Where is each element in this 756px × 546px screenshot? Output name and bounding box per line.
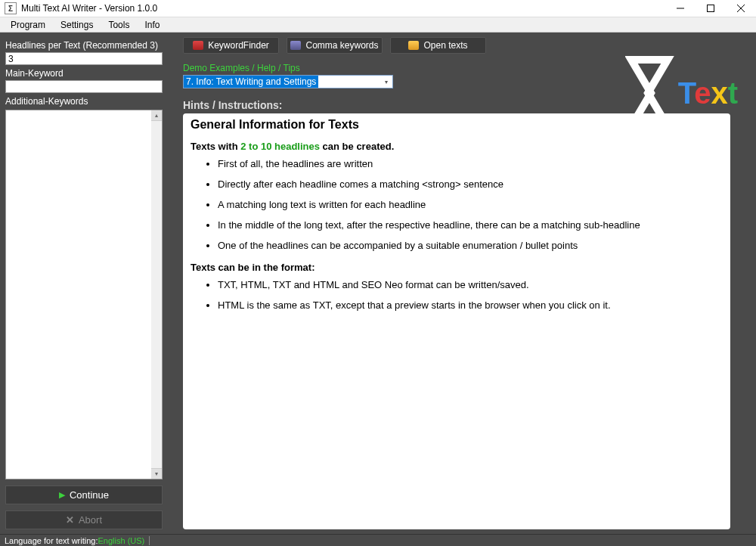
- open-texts-label: Open texts: [423, 40, 467, 51]
- continue-button[interactable]: ▶ Continue: [5, 486, 163, 504]
- list-item: A matching long text is written for each…: [218, 199, 723, 210]
- statusbar-language: English (US): [98, 536, 145, 545]
- list-item: First of all, the headlines are written: [218, 158, 723, 169]
- chevron-down-icon: ▾: [381, 77, 391, 87]
- open-texts-button[interactable]: Open texts: [390, 37, 486, 54]
- main-area: Headlines per Text (Recommended 3) Main-…: [0, 33, 756, 534]
- keywordfinder-label: KeywordFinder: [208, 40, 269, 51]
- menu-settings[interactable]: Settings: [53, 18, 101, 32]
- window-title: Multi Text AI Writer - Version 1.0.0: [21, 3, 665, 14]
- logo-bracket-icon: [625, 55, 678, 131]
- list-item: TXT, HTML, TXT and HTML and SEO Neo form…: [218, 279, 723, 290]
- comma-keywords-label: Comma keywords: [305, 40, 378, 51]
- abort-label: Abort: [79, 514, 102, 526]
- main-keyword-input[interactable]: [5, 80, 163, 93]
- doc-intro-suffix: can be created.: [320, 141, 394, 152]
- list-item: In the middle of the long text, after th…: [218, 219, 723, 231]
- sidebar: Headlines per Text (Recommended 3) Main-…: [0, 33, 168, 534]
- continue-label: Continue: [70, 489, 109, 501]
- logo: Text: [625, 55, 738, 131]
- abort-button[interactable]: ✕ Abort: [5, 510, 163, 529]
- maximize-button[interactable]: [696, 0, 726, 17]
- demo-select[interactable]: 7. Info: Text Writing and Settings ▾: [183, 75, 393, 88]
- doc-subheading: Texts can be in the format:: [191, 262, 723, 273]
- menu-tools[interactable]: Tools: [101, 18, 137, 32]
- doc-intro: Texts with 2 to 10 headlines can be crea…: [191, 141, 723, 152]
- app-icon: Σ: [5, 2, 17, 14]
- play-icon: ▶: [59, 490, 65, 500]
- statusbar: Language for text writing: English (US): [0, 534, 756, 546]
- content-area: KeywordFinder Comma keywords Open texts …: [168, 33, 756, 534]
- menu-info[interactable]: Info: [137, 18, 167, 32]
- x-icon: ✕: [66, 514, 74, 526]
- comma-keywords-button[interactable]: Comma keywords: [287, 37, 383, 54]
- statusbar-divider: [149, 536, 150, 545]
- doc-intro-highlight: 2 to 10 headlines: [240, 141, 320, 152]
- menubar: Program Settings Tools Info: [0, 17, 756, 33]
- logo-text: Text: [678, 76, 738, 110]
- minimize-button[interactable]: [665, 0, 696, 17]
- folder-icon: [408, 41, 419, 50]
- list-item: HTML is the same as TXT, except that a p…: [218, 299, 723, 311]
- main-keyword-label: Main-Keyword: [5, 68, 163, 79]
- keywordfinder-button[interactable]: KeywordFinder: [183, 37, 279, 54]
- doc-list-2: TXT, HTML, TXT and HTML and SEO Neo form…: [218, 279, 723, 311]
- list-item: Directly after each headline comes a mat…: [218, 178, 723, 190]
- demo-select-value: 7. Info: Text Writing and Settings: [184, 76, 318, 88]
- menu-program[interactable]: Program: [3, 18, 53, 32]
- statusbar-label: Language for text writing:: [5, 536, 98, 545]
- headlines-label: Headlines per Text (Recommended 3): [5, 40, 163, 51]
- headlines-input[interactable]: [5, 52, 163, 65]
- titlebar: Σ Multi Text AI Writer - Version 1.0.0: [0, 0, 756, 17]
- close-button[interactable]: [726, 0, 756, 17]
- additional-keywords-label: Additional-Keywords: [5, 96, 163, 107]
- list-item: One of the headlines can be accompanied …: [218, 240, 723, 251]
- keywordfinder-icon: [193, 41, 203, 50]
- scroll-down-icon[interactable]: ▾: [151, 468, 162, 479]
- svg-rect-0: [708, 5, 714, 12]
- doc-intro-prefix: Texts with: [191, 141, 240, 152]
- doc-list-1: First of all, the headlines are written …: [218, 158, 723, 251]
- scrollbar[interactable]: ▴ ▾: [151, 110, 162, 479]
- comma-keywords-icon: [290, 41, 301, 50]
- window-controls: [665, 0, 756, 17]
- additional-keywords-wrap: ▴ ▾: [5, 110, 163, 479]
- document-panel: General Information for Texts Texts with…: [183, 113, 730, 529]
- toolbar: KeywordFinder Comma keywords Open texts: [183, 37, 741, 54]
- scroll-up-icon[interactable]: ▴: [151, 110, 162, 121]
- additional-keywords-input[interactable]: [5, 110, 163, 479]
